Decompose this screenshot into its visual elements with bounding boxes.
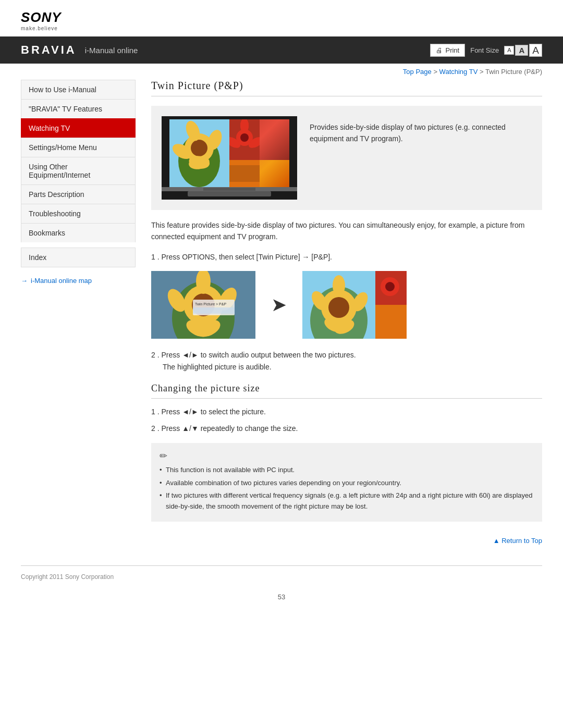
sidebar-item-index[interactable]: Index <box>21 248 136 267</box>
print-icon: 🖨 <box>436 46 443 54</box>
sidebar-item-how-to-use[interactable]: How to Use i-Manual <box>21 80 136 99</box>
sony-tagline: make.believe <box>21 26 58 31</box>
svg-rect-19 <box>229 165 260 182</box>
main-layout: How to Use i-Manual "BRAVIA" TV Features… <box>0 80 563 555</box>
section-2-title: Changing the picture size <box>151 383 542 399</box>
section2-step2-arrows: ▲/▼ <box>182 424 199 433</box>
sidebar-item-troubleshooting[interactable]: Troubleshooting <box>21 204 136 223</box>
page-number: 53 <box>0 588 563 611</box>
svg-rect-32 <box>193 307 235 314</box>
note-icon: ✏ <box>160 450 534 462</box>
print-label: Print <box>445 46 459 54</box>
nav-bar-right: 🖨 Print Font Size A A A <box>430 44 542 57</box>
tv-image <box>162 116 297 200</box>
bravia-logo: BRAVIA <box>21 43 77 57</box>
copyright-text: Copyright 2011 Sony Corporation <box>21 573 114 581</box>
section2-step1-arrows: ◄/► <box>182 408 199 416</box>
svg-text:Twin Picture  >  P&P: Twin Picture > P&P <box>195 302 226 306</box>
tv-right-bottom <box>229 160 289 187</box>
sony-logo: SONY make.believe <box>21 9 62 31</box>
step-images: Twin Picture > P&P ➤ <box>151 271 542 339</box>
note-box: ✏ This function is not available with PC… <box>151 443 542 522</box>
step-1-text: 1 . Press OPTIONS, then select [Twin Pic… <box>151 253 332 261</box>
step-before-inner: Twin Picture > P&P <box>151 271 255 339</box>
section2-step-1: 1 . Press ◄/► to select the picture. <box>151 406 542 417</box>
note-item-3: If two pictures with different vertical … <box>160 490 534 512</box>
sidebar-item-settings[interactable]: Settings/Home Menu <box>21 138 136 157</box>
section2-step2-b: repeatedly to change the size. <box>199 424 298 433</box>
tv-screen-right-panel <box>229 119 289 187</box>
nav-bar: BRAVIA i-Manual online 🖨 Print Font Size… <box>0 36 563 64</box>
return-to-top: Return to Top <box>151 532 542 545</box>
section2-step1-b: to select the picture. <box>199 408 266 416</box>
step-2-c: The highlighted picture is audible. <box>151 363 272 371</box>
section2-step1-a: 1 . Press <box>151 408 182 416</box>
step-after-image <box>302 271 407 339</box>
nav-title: i-Manual online <box>85 46 138 55</box>
breadcrumb-watching-tv[interactable]: Watching TV <box>439 68 478 76</box>
top-bar: SONY make.believe <box>0 0 563 36</box>
step-2-arrows: ◄/► <box>182 351 199 359</box>
sidebar-item-watching-tv[interactable]: Watching TV <box>21 118 136 138</box>
svg-point-11 <box>240 133 249 142</box>
description-text: This feature provides side-by-side displ… <box>151 219 542 243</box>
content-area: Twin Picture (P&P) <box>151 80 542 545</box>
footer: Copyright 2011 Sony Corporation <box>0 566 563 588</box>
breadcrumb-sep1: > <box>432 68 439 76</box>
svg-point-44 <box>385 282 395 291</box>
step-2-b: to switch audio output between the two p… <box>199 351 356 359</box>
tv-base <box>162 187 297 191</box>
note-list: This function is not available with PC i… <box>160 465 534 512</box>
sidebar: How to Use i-Manual "BRAVIA" TV Features… <box>21 80 136 545</box>
step-before-image: Twin Picture > P&P <box>151 271 255 339</box>
font-size-medium-button[interactable]: A <box>515 45 528 56</box>
sidebar-item-bravia-features[interactable]: "BRAVIA" TV Features <box>21 99 136 118</box>
tv-screen <box>169 119 289 187</box>
return-to-top-link[interactable]: Return to Top <box>493 537 542 545</box>
breadcrumb-sep2: > <box>478 68 485 76</box>
map-link-label[interactable]: i-Manual online map <box>31 277 92 285</box>
page-title: Twin Picture (P&P) <box>151 80 542 96</box>
note-item-1: This function is not available with PC i… <box>160 465 534 476</box>
font-size-small-button[interactable]: A <box>504 46 514 55</box>
intro-text: Provides side-by-side display of two pic… <box>310 116 532 145</box>
svg-point-3 <box>191 140 207 156</box>
font-size-controls: A A A <box>504 44 542 57</box>
svg-point-37 <box>333 275 345 296</box>
step-arrow-icon: ➤ <box>271 294 287 316</box>
breadcrumb-top-page[interactable]: Top Page <box>403 68 432 76</box>
breadcrumb: Top Page > Watching TV > Twin Picture (P… <box>0 64 563 80</box>
note-item-2: Available combination of two pictures va… <box>160 478 534 489</box>
map-link-arrow-icon: → <box>21 277 28 285</box>
tv-screen-left-panel <box>169 119 229 187</box>
tv-right-top <box>229 119 289 160</box>
step-2-a: 2 . Press <box>151 351 182 359</box>
svg-point-36 <box>328 297 349 318</box>
sony-logo-text: SONY <box>21 9 62 26</box>
font-size-large-button[interactable]: A <box>529 44 542 57</box>
print-button[interactable]: 🖨 Print <box>430 44 465 57</box>
sidebar-item-other-equipment[interactable]: Using Other Equipment/Internet <box>21 157 136 184</box>
section2-step-2: 2 . Press ▲/▼ repeatedly to change the s… <box>151 423 542 434</box>
sidebar-item-bookmarks[interactable]: Bookmarks <box>21 223 136 242</box>
sidebar-item-parts-description[interactable]: Parts Description <box>21 184 136 204</box>
breadcrumb-current: Twin Picture (P&P) <box>485 68 542 76</box>
nav-bar-left: BRAVIA i-Manual online <box>21 43 138 57</box>
sidebar-map-link[interactable]: → i-Manual online map <box>21 274 136 288</box>
svg-rect-45 <box>375 305 407 339</box>
step-2: 2 . Press ◄/► to switch audio output bet… <box>151 349 542 373</box>
tv-foot <box>188 191 271 196</box>
step-1: 1 . Press OPTIONS, then select [Twin Pic… <box>151 251 542 263</box>
tv-display-image <box>162 116 297 200</box>
font-size-label: Font Size <box>470 46 499 54</box>
section2-step2-a: 2 . Press <box>151 424 182 433</box>
intro-section: Provides side-by-side display of two pic… <box>151 106 542 210</box>
tv-stand-base <box>203 188 255 191</box>
